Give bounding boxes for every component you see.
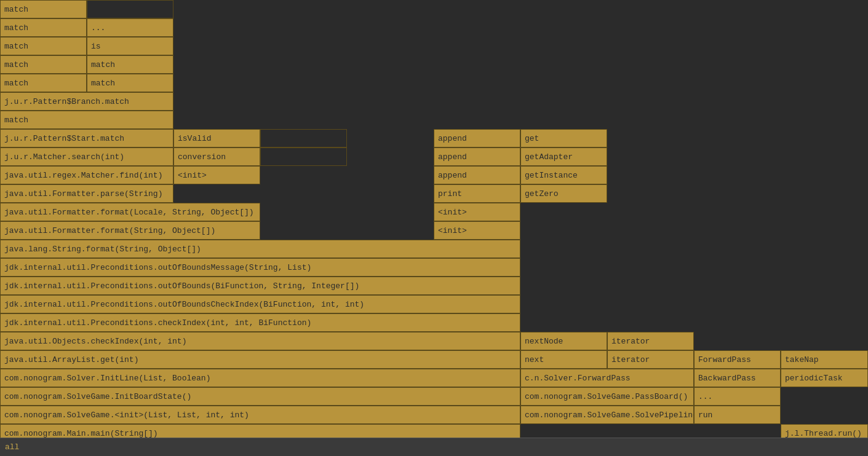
list-item[interactable]: getZero — [520, 184, 607, 203]
list-item[interactable] — [520, 258, 868, 277]
list-item[interactable]: print — [434, 184, 520, 203]
list-item[interactable]: getAdapter — [520, 147, 607, 166]
list-item[interactable]: match — [0, 74, 87, 92]
list-item[interactable] — [347, 166, 434, 184]
list-item[interactable]: ForwardPass — [694, 350, 781, 369]
list-item[interactable] — [347, 147, 434, 166]
list-item[interactable]: nextNode — [520, 332, 607, 350]
list-item[interactable]: takeNap — [781, 350, 868, 369]
cell-text: java.util.Formatter.parse(String) — [4, 189, 162, 199]
list-item[interactable] — [260, 166, 347, 184]
list-item[interactable]: <init> — [173, 166, 260, 184]
table-row: matchis — [0, 37, 868, 55]
list-item[interactable]: run — [694, 406, 781, 424]
list-item[interactable] — [173, 37, 868, 55]
list-item[interactable] — [781, 406, 868, 424]
list-item[interactable]: jdk.internal.util.Preconditions.outOfBou… — [0, 277, 520, 295]
list-item[interactable]: com.nonogram.SolveGame.<init>(List, List… — [0, 406, 520, 424]
list-item[interactable]: java.util.regex.Matcher.find(int) — [0, 166, 173, 184]
list-item[interactable] — [520, 240, 868, 258]
list-item[interactable]: append — [434, 147, 520, 166]
list-item[interactable]: match — [0, 55, 87, 74]
list-item[interactable]: com.nonogram.SolveGame.SolvePipeline() — [520, 406, 694, 424]
list-item[interactable]: java.util.Formatter.format(Locale, Strin… — [0, 203, 260, 221]
list-item[interactable] — [260, 221, 347, 240]
list-item[interactable]: com.nonogram.SolveGame.PassBoard() — [520, 387, 694, 406]
list-item[interactable]: <init> — [434, 221, 520, 240]
list-item[interactable]: ... — [87, 18, 173, 37]
list-item[interactable]: jdk.internal.util.Preconditions.outOfBou… — [0, 295, 520, 313]
list-item[interactable] — [260, 129, 347, 147]
list-item[interactable] — [173, 92, 868, 111]
list-item[interactable]: java.util.Formatter.parse(String) — [0, 184, 173, 203]
list-item[interactable] — [173, 55, 868, 74]
list-item[interactable]: match — [0, 37, 87, 55]
list-item[interactable] — [260, 184, 347, 203]
list-item[interactable] — [607, 166, 744, 184]
list-item[interactable] — [173, 111, 868, 129]
table-row: match — [0, 111, 868, 129]
list-item[interactable] — [520, 295, 868, 313]
list-item[interactable]: java.util.ArrayList.get(int) — [0, 350, 520, 369]
list-item[interactable] — [87, 0, 173, 18]
list-item[interactable]: java.lang.String.format(String, Object[]… — [0, 240, 520, 258]
list-item[interactable]: next — [520, 350, 607, 369]
list-item[interactable]: isValid — [173, 129, 260, 147]
list-item[interactable] — [260, 147, 347, 166]
list-item[interactable]: match — [87, 55, 173, 74]
table-row: j.u.r.Pattern$Branch.match — [0, 92, 868, 111]
cell-text: j.u.r.Pattern$Start.match — [4, 134, 124, 143]
list-item[interactable] — [520, 221, 658, 240]
list-item[interactable]: match — [0, 18, 87, 37]
list-item[interactable] — [173, 74, 868, 92]
list-item[interactable] — [173, 18, 868, 37]
list-item[interactable]: j.u.r.Pattern$Start.match — [0, 129, 173, 147]
list-item[interactable] — [694, 332, 868, 350]
list-item[interactable]: com.nonogram.Solver.InitLine(List, Boole… — [0, 369, 520, 387]
cell-text: match — [91, 79, 115, 88]
list-item[interactable]: conversion — [173, 147, 260, 166]
list-item[interactable]: c.n.Solver.ForwardPass — [520, 369, 694, 387]
list-item[interactable]: jdk.internal.util.Preconditions.checkInd… — [0, 313, 520, 332]
list-item[interactable]: java.util.Objects.checkIndex(int, int) — [0, 332, 520, 350]
list-item[interactable]: periodicTask — [781, 369, 868, 387]
list-item[interactable] — [607, 129, 744, 147]
list-item[interactable]: append — [434, 129, 520, 147]
list-item[interactable] — [347, 129, 434, 147]
list-item[interactable]: getInstance — [520, 166, 607, 184]
list-item[interactable] — [520, 203, 658, 221]
cell-text: <init> — [438, 226, 467, 235]
list-item[interactable]: append — [434, 166, 520, 184]
list-item[interactable] — [520, 277, 868, 295]
cell-text: conversion — [178, 152, 226, 162]
list-item[interactable] — [347, 184, 434, 203]
table-row: java.util.ArrayList.get(int)nextiterator… — [0, 350, 868, 369]
list-item[interactable]: iterator — [607, 350, 694, 369]
list-item[interactable] — [173, 184, 260, 203]
list-item[interactable] — [607, 147, 744, 166]
list-item[interactable]: j.u.r.Matcher.search(int) — [0, 147, 173, 166]
list-item[interactable]: get — [520, 129, 607, 147]
table-row: j.u.r.Matcher.search(int)conversionappen… — [0, 147, 744, 166]
list-item[interactable] — [781, 387, 868, 406]
cell-text: is — [91, 42, 101, 51]
list-item[interactable] — [173, 0, 868, 18]
list-item[interactable]: ... — [694, 387, 781, 406]
list-item[interactable]: iterator — [607, 332, 694, 350]
list-item[interactable] — [347, 221, 434, 240]
list-item[interactable] — [260, 203, 347, 221]
list-item[interactable]: com.nonogram.SolveGame.InitBoardState() — [0, 387, 520, 406]
list-item[interactable]: BackwardPass — [694, 369, 781, 387]
list-item[interactable]: java.util.Formatter.format(String, Objec… — [0, 221, 260, 240]
list-item[interactable] — [607, 184, 744, 203]
cell-text: match — [4, 60, 28, 69]
list-item[interactable] — [520, 313, 868, 332]
list-item[interactable]: jdk.internal.util.Preconditions.outOfBou… — [0, 258, 520, 277]
list-item[interactable]: match — [87, 74, 173, 92]
list-item[interactable] — [347, 203, 434, 221]
list-item[interactable]: <init> — [434, 203, 520, 221]
list-item[interactable]: match — [0, 0, 87, 18]
list-item[interactable]: is — [87, 37, 173, 55]
list-item[interactable]: j.u.r.Pattern$Branch.match — [0, 92, 173, 111]
list-item[interactable]: match — [0, 111, 173, 129]
